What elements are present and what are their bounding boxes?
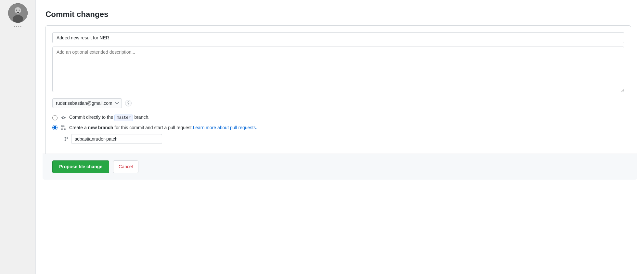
learn-more-link[interactable]: Learn more about pull requests. — [193, 125, 257, 130]
branch-name-row — [64, 134, 624, 144]
commit-direct-label: Commit directly to the master branch. — [69, 115, 149, 121]
commit-direct-radio[interactable] — [52, 115, 58, 120]
commit-new-branch-option: Create a new branch for this commit and … — [52, 125, 624, 130]
avatar — [8, 3, 28, 23]
commit-icon — [61, 115, 66, 120]
avatar-image — [8, 3, 28, 23]
branch-icon-small — [64, 137, 69, 141]
branch-options: Commit directly to the master branch. Cr… — [52, 115, 624, 144]
master-badge: master — [114, 115, 133, 121]
commit-title-input[interactable] — [52, 32, 624, 43]
branch-name-input[interactable] — [71, 134, 162, 144]
page-title: Commit changes — [45, 10, 631, 19]
email-select[interactable]: ruder.sebastian@gmail.com — [52, 98, 122, 108]
svg-point-3 — [16, 10, 17, 11]
sidebar: • • • • — [0, 0, 36, 274]
commit-form: ruder.sebastian@gmail.com ? Commit direc… — [45, 25, 631, 177]
main-content: Commit changes ruder.sebastian@gmail.com… — [36, 0, 644, 274]
commit-new-branch-radio[interactable] — [52, 125, 58, 130]
cancel-button[interactable]: Cancel — [113, 160, 138, 173]
commit-description-textarea[interactable] — [52, 47, 624, 92]
svg-point-2 — [13, 15, 23, 23]
commit-new-branch-label: Create a new branch for this commit and … — [69, 125, 257, 130]
pull-request-icon — [61, 125, 66, 130]
commit-direct-option: Commit directly to the master branch. — [52, 115, 624, 121]
email-row: ruder.sebastian@gmail.com ? — [52, 98, 624, 108]
propose-file-change-button[interactable]: Propose file change — [52, 160, 109, 173]
svg-point-4 — [19, 10, 19, 11]
help-icon[interactable]: ? — [125, 100, 132, 106]
sidebar-dots: • • • • — [14, 25, 21, 28]
actions-row: Propose file change Cancel — [43, 154, 637, 180]
